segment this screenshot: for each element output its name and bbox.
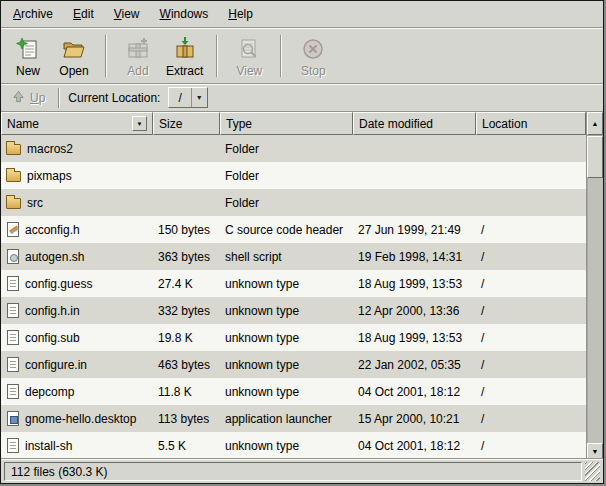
view-file-button[interactable]: View (226, 31, 272, 81)
statusbar: 112 files (630.3 K) (1, 459, 603, 483)
table-row[interactable]: gnome-hello.desktop 113 bytes applicatio… (1, 405, 586, 432)
table-row[interactable]: macros2 Folder (1, 135, 586, 162)
menubar: Archive Edit View Windows Help (1, 1, 603, 28)
column-header-location[interactable]: Location (476, 112, 586, 135)
file-type: unknown type (220, 378, 353, 405)
menu-edit-label: Edit (73, 7, 94, 21)
file-location: / (476, 270, 586, 297)
file-date-modified: 04 Oct 2001, 18:12 (353, 378, 476, 405)
table-row[interactable]: acconfig.h 150 bytes C source code heade… (1, 216, 586, 243)
file-icon (7, 357, 19, 372)
vertical-scrollbar[interactable]: ▲ ▼ (586, 112, 603, 459)
file-location (476, 162, 586, 189)
file-list: Name ▼ Size Type Date modified Location … (1, 112, 586, 459)
table-row[interactable]: autogen.sh 363 bytes shell script 19 Feb… (1, 243, 586, 270)
file-name: configure.in (25, 358, 87, 372)
view-button-label: View (236, 64, 262, 78)
add-button[interactable]: Add (115, 31, 161, 81)
file-type: unknown type (220, 432, 353, 459)
file-date-modified: 15 Apr 2000, 10:21 (353, 405, 476, 432)
menu-archive[interactable]: Archive (3, 1, 63, 27)
up-button[interactable]: Up (7, 87, 50, 109)
file-name: config.h.in (25, 304, 80, 318)
table-row[interactable]: install-sh 5.5 K unknown type 04 Oct 200… (1, 432, 586, 459)
toolbar: New Open Add (1, 28, 603, 84)
file-date-modified (353, 189, 476, 216)
file-name: gnome-hello.desktop (25, 412, 136, 426)
new-button[interactable]: New (5, 31, 51, 81)
toolbar-separator (216, 35, 218, 77)
table-row[interactable]: depcomp 11.8 K unknown type 04 Oct 2001,… (1, 378, 586, 405)
menu-windows[interactable]: Windows (150, 1, 219, 27)
menu-help-label: Help (228, 7, 253, 21)
scrollbar-track[interactable] (587, 135, 603, 443)
file-location (476, 135, 586, 162)
scroll-up-button[interactable]: ▲ (587, 112, 603, 135)
file-icon (7, 384, 19, 399)
file-name: config.sub (25, 331, 80, 345)
menu-edit[interactable]: Edit (63, 1, 104, 27)
open-button[interactable]: Open (51, 31, 97, 81)
menu-windows-label: Windows (160, 7, 209, 21)
file-rows: macros2 Folder pixmaps Folder src F (1, 135, 586, 459)
launcher-file-icon (7, 411, 19, 426)
resize-grip[interactable] (585, 462, 600, 481)
file-icon (7, 303, 19, 318)
file-date-modified (353, 135, 476, 162)
file-name: pixmaps (27, 169, 72, 183)
open-folder-icon (61, 35, 87, 63)
file-name: depcomp (25, 385, 74, 399)
table-row[interactable]: configure.in 463 bytes unknown type 22 J… (1, 351, 586, 378)
file-list-area: Name ▼ Size Type Date modified Location … (1, 112, 603, 459)
file-size: 332 bytes (153, 297, 220, 324)
table-row[interactable]: config.h.in 332 bytes unknown type 12 Ap… (1, 297, 586, 324)
file-size: 113 bytes (153, 405, 220, 432)
file-name: macros2 (27, 142, 73, 156)
location-combo-value: / (169, 88, 191, 107)
menu-view-label: View (114, 7, 140, 21)
chevron-down-icon: ▼ (192, 88, 207, 107)
file-size (153, 135, 220, 162)
open-button-label: Open (59, 64, 88, 78)
toolbar-separator (105, 35, 107, 77)
table-row[interactable]: config.sub 19.8 K unknown type 18 Aug 19… (1, 324, 586, 351)
stop-button[interactable]: Stop (290, 31, 336, 81)
file-size: 150 bytes (153, 216, 220, 243)
column-header-name-label: Name (7, 117, 39, 131)
file-name: src (27, 196, 43, 210)
file-location: / (476, 378, 586, 405)
table-row[interactable]: pixmaps Folder (1, 162, 586, 189)
menu-view[interactable]: View (104, 1, 150, 27)
file-icon (7, 330, 19, 345)
extract-archive-icon (172, 35, 198, 63)
file-size: 11.8 K (153, 378, 220, 405)
column-header-date-modified[interactable]: Date modified (353, 112, 476, 135)
file-type: unknown type (220, 351, 353, 378)
scroll-down-button[interactable]: ▼ (587, 443, 603, 459)
stop-icon (300, 35, 326, 63)
file-size: 19.8 K (153, 324, 220, 351)
file-type: Folder (220, 135, 353, 162)
table-row[interactable]: config.guess 27.4 K unknown type 18 Aug … (1, 270, 586, 297)
column-header-type[interactable]: Type (220, 112, 353, 135)
scrollbar-thumb[interactable] (587, 136, 603, 178)
file-type: Folder (220, 189, 353, 216)
location-combo[interactable]: / ▼ (168, 87, 207, 108)
table-row[interactable]: src Folder (1, 189, 586, 216)
current-location-label: Current Location: (68, 91, 160, 105)
shell-script-file-icon (7, 249, 19, 264)
file-type: C source code header (220, 216, 353, 243)
menu-help[interactable]: Help (218, 1, 263, 27)
column-header-size[interactable]: Size (153, 112, 220, 135)
file-date-modified: 12 Apr 2000, 13:36 (353, 297, 476, 324)
file-type: unknown type (220, 324, 353, 351)
location-bar: Up Current Location: / ▼ (1, 84, 603, 112)
file-date-modified: 18 Aug 1999, 13:53 (353, 324, 476, 351)
column-menu-button[interactable]: ▼ (132, 116, 147, 131)
column-header-name[interactable]: Name ▼ (1, 112, 153, 135)
folder-icon (6, 144, 21, 155)
file-location: / (476, 432, 586, 459)
extract-button[interactable]: Extract (161, 31, 208, 81)
archive-manager-window: Archive Edit View Windows Help New (0, 0, 604, 484)
scroll-down-arrow-icon: ▼ (592, 448, 599, 455)
